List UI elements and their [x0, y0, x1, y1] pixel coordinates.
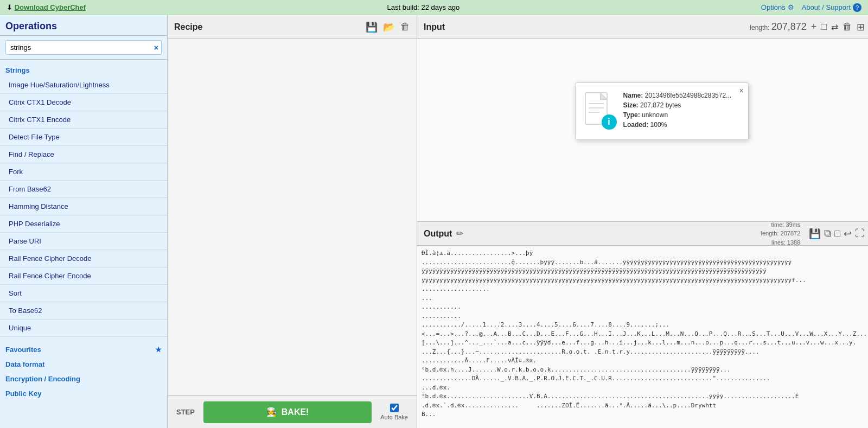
- list-item[interactable]: Parse URI: [0, 233, 167, 250]
- output-lines-label: lines: 1388: [771, 239, 800, 246]
- undo-output-button[interactable]: ↩: [844, 228, 852, 240]
- search-container: ×: [0, 36, 167, 60]
- main-layout: Operations × Strings Image Hue/Saturatio…: [0, 15, 868, 428]
- options-gear-icon: ⚙: [788, 3, 794, 11]
- list-item[interactable]: Find / Replace: [0, 146, 167, 163]
- public-key-category[interactable]: Public Key: [0, 385, 167, 400]
- options-link[interactable]: Options ⚙: [761, 3, 794, 11]
- input-length-value: 207,872: [771, 21, 807, 32]
- step-button[interactable]: STEP: [176, 408, 195, 416]
- output-content-area: ÐÌ.à¦±.ä.................>...þÿ ........…: [417, 246, 868, 428]
- input-toolbar: length: 207,872 + □ ⇄ 🗑 ⊞: [750, 21, 865, 33]
- recipe-toolbar: 💾 📂 🗑: [366, 21, 410, 33]
- list-item[interactable]: Citrix CTX1 Encode: [0, 111, 167, 129]
- output-panel: Output ✏ time: 39ms length: 207872 lines…: [417, 222, 868, 428]
- copy-output-button[interactable]: ⧉: [824, 228, 831, 239]
- favourites-star-icon: ★: [155, 346, 162, 354]
- list-item[interactable]: From Base62: [0, 181, 167, 198]
- output-magic-wand-button[interactable]: ✏: [456, 228, 463, 239]
- favourites-section[interactable]: Favourites ★: [0, 341, 167, 356]
- output-header: Output ✏ time: 39ms length: 207872 lines…: [417, 222, 868, 246]
- topbar-left: ⬇ Download CyberChef: [7, 3, 86, 11]
- swap-io-button[interactable]: ⇄: [831, 22, 838, 32]
- load-recipe-button[interactable]: 📂: [383, 21, 395, 33]
- list-item[interactable]: Rail Fence Cipher Decode: [0, 250, 167, 267]
- download-icon: ⬇: [7, 3, 12, 11]
- auto-bake-checkbox[interactable]: [390, 404, 399, 412]
- save-recipe-button[interactable]: 💾: [366, 21, 378, 33]
- file-info-close[interactable]: ×: [739, 86, 743, 95]
- file-type-row: Type: unknown: [623, 111, 739, 119]
- strings-category-header[interactable]: Strings: [0, 62, 167, 76]
- file-icon-area: i: [584, 92, 617, 130]
- sidebar: Operations × Strings Image Hue/Saturatio…: [0, 15, 168, 428]
- input-panel: Input length: 207,872 + □ ⇄ 🗑 ⊞: [417, 15, 868, 222]
- list-item[interactable]: PHP Deserialize: [0, 215, 167, 233]
- recipe-title: Recipe: [174, 22, 202, 32]
- input-content-area[interactable]: i × Name: 2013496fe5524988c283572... Siz…: [417, 39, 868, 221]
- list-item[interactable]: Hamming Distance: [0, 198, 167, 215]
- about-label: About / Support: [802, 3, 851, 11]
- recipe-footer: STEP 🧑‍🍳 BAKE! Auto Bake: [168, 395, 417, 428]
- input-header: Input length: 207,872 + □ ⇄ 🗑 ⊞: [417, 15, 868, 39]
- output-toolbar: 💾 ⧉ □ ↩ ⛶: [809, 228, 865, 240]
- file-info-text: × Name: 2013496fe5524988c283572... Size:…: [623, 92, 739, 131]
- auto-bake-container: Auto Bake: [380, 404, 408, 420]
- recipe-content-area: [168, 39, 417, 395]
- recipe-panel: Recipe 💾 📂 🗑 STEP 🧑‍🍳 BAKE! Auto Bake: [168, 15, 417, 428]
- file-info-badge: i: [602, 114, 617, 130]
- file-info-popup: i × Name: 2013496fe5524988c283572... Siz…: [575, 82, 749, 140]
- bake-label: BAKE!: [282, 407, 309, 417]
- io-area: Input length: 207,872 + □ ⇄ 🗑 ⊞: [417, 15, 868, 428]
- output-length-label: length: 207872: [761, 230, 801, 237]
- clear-recipe-button[interactable]: 🗑: [400, 21, 410, 33]
- search-input[interactable]: [5, 40, 162, 55]
- ops-list: Strings Image Hue/Saturation/Lightness C…: [0, 60, 167, 428]
- list-item[interactable]: Detect File Type: [0, 129, 167, 146]
- bake-button[interactable]: 🧑‍🍳 BAKE!: [203, 401, 372, 423]
- grid-input-button[interactable]: ⊞: [857, 21, 865, 33]
- encryption-label: Encryption / Encoding: [5, 375, 80, 383]
- output-title-area: Output ✏: [424, 228, 463, 239]
- download-link[interactable]: Download CyberChef: [15, 3, 86, 11]
- about-icon: ?: [853, 3, 861, 12]
- list-item[interactable]: Citrix CTX1 Decode: [0, 94, 167, 111]
- strings-category-label: Strings: [5, 66, 30, 74]
- output-time-label: time: 39ms: [771, 221, 801, 228]
- about-link[interactable]: About / Support ?: [802, 3, 861, 12]
- list-item[interactable]: Image Hue/Saturation/Lightness: [0, 76, 167, 94]
- topbar-center: Last build: 22 days ago: [387, 3, 460, 11]
- data-format-category[interactable]: Data format: [0, 356, 167, 370]
- list-item[interactable]: Rail Fence Cipher Encode: [0, 267, 167, 285]
- topbar: ⬇ Download CyberChef Last build: 22 days…: [0, 0, 868, 15]
- search-clear-button[interactable]: ×: [154, 43, 158, 52]
- list-item[interactable]: Sort: [0, 285, 167, 302]
- input-title: Input: [424, 22, 445, 32]
- add-input-button[interactable]: +: [811, 21, 817, 33]
- public-key-label: Public Key: [5, 389, 41, 398]
- topbar-right: Options ⚙ About / Support ?: [761, 3, 861, 12]
- save-output-button[interactable]: 💾: [809, 228, 821, 240]
- auto-bake-label: Auto Bake: [380, 414, 408, 420]
- favourites-label: Favourites: [5, 346, 41, 354]
- output-title: Output: [424, 229, 452, 239]
- bake-icon: 🧑‍🍳: [266, 407, 277, 417]
- output-stats: time: 39ms length: 207872 lines: 1388: [761, 220, 801, 247]
- fullscreen-output-button[interactable]: ⛶: [855, 228, 865, 239]
- maximize-output-button[interactable]: □: [834, 228, 840, 239]
- maximize-input-button[interactable]: □: [821, 21, 827, 33]
- encryption-category[interactable]: Encryption / Encoding: [0, 370, 167, 385]
- options-label: Options: [761, 3, 786, 11]
- input-length-label: length: 207,872: [750, 21, 806, 33]
- last-build-text: Last build: 22 days ago: [387, 3, 460, 11]
- file-size-row: Size: 207,872 bytes: [623, 101, 739, 109]
- clear-input-button[interactable]: 🗑: [843, 21, 852, 33]
- file-loaded-row: Loaded: 100%: [623, 121, 739, 129]
- sidebar-title: Operations: [0, 15, 167, 36]
- recipe-header: Recipe 💾 📂 🗑: [168, 15, 417, 39]
- list-item[interactable]: Unique: [0, 320, 167, 337]
- list-item[interactable]: Fork: [0, 163, 167, 181]
- data-format-label: Data format: [5, 360, 44, 368]
- file-name-row: Name: 2013496fe5524988c283572...: [623, 92, 739, 99]
- list-item[interactable]: To Base62: [0, 302, 167, 320]
